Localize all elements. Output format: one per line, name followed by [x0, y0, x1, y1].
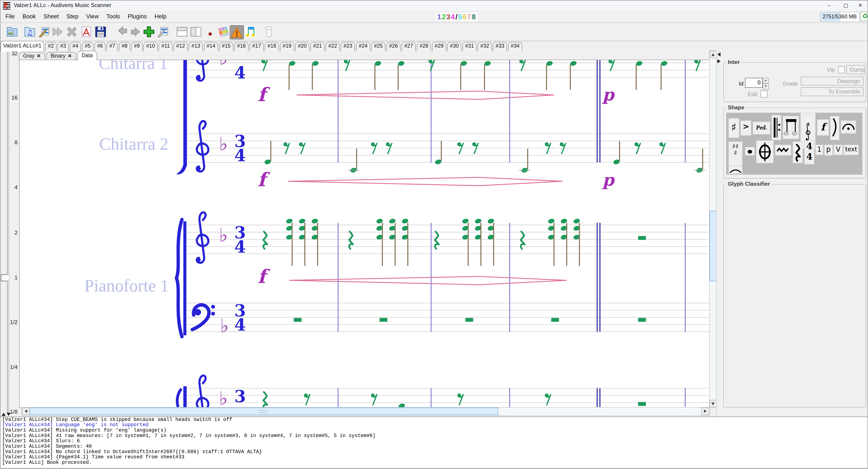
scroll-right-button[interactable] — [701, 407, 709, 415]
sheet-tab-30[interactable]: #30 — [447, 42, 461, 51]
sheet-tab-33[interactable]: #33 — [493, 42, 507, 51]
menu-book[interactable]: Book — [19, 11, 40, 20]
part-label-chitarra1[interactable]: Chitarra 1 — [99, 60, 168, 73]
part-label-pianoforte1[interactable]: Pianoforte 1 — [85, 276, 169, 295]
part-label-chitarra2[interactable]: Chitarra 2 — [99, 134, 168, 153]
export-pdf-button[interactable] — [80, 25, 93, 39]
shape-piano-button[interactable]: p — [824, 145, 833, 156]
script-button[interactable] — [262, 25, 276, 39]
shape-wave-button[interactable] — [775, 145, 791, 156]
step-forward-button[interactable] — [51, 25, 65, 39]
shape-text-button[interactable]: text — [843, 145, 859, 155]
sheet-tab-20[interactable]: #20 — [295, 42, 309, 51]
menu-sheet[interactable]: Sheet — [40, 11, 63, 20]
shape-pedal-button[interactable]: Ped. — [753, 122, 770, 135]
sheet-tab-8[interactable]: #8 — [119, 42, 130, 51]
log-console[interactable]: [Valzer1 ALLc#34] Step CUE_BEAMS is skip… — [0, 416, 868, 469]
shape-slur-button[interactable] — [728, 166, 743, 174]
shape-dot-button[interactable] — [745, 147, 755, 156]
sheet-tab-4[interactable]: #4 — [70, 42, 81, 51]
sheet-tab-32[interactable]: #32 — [478, 42, 492, 51]
add-button[interactable] — [142, 25, 156, 39]
open-image-button[interactable] — [5, 25, 19, 39]
sheet-tab-3[interactable]: #3 — [57, 42, 68, 51]
menu-tools[interactable]: Tools — [102, 11, 124, 20]
id-spinner-arrows[interactable]: ▲▼ — [763, 78, 769, 90]
shape-key-sharps-button[interactable]: ♯♯♯ — [728, 141, 743, 167]
sheet-tab-29[interactable]: #29 — [432, 42, 446, 51]
hairpins[interactable] — [288, 91, 567, 285]
shape-accent-button[interactable]: > — [741, 121, 751, 136]
sheet-tab-31[interactable]: #31 — [463, 42, 476, 51]
sheet-tab-27[interactable]: #27 — [402, 42, 416, 51]
vertical-scroll-thumb[interactable] — [710, 211, 717, 281]
sheet-tab-valzer1-allc1[interactable]: Valzer1 ALLc#1 — [0, 41, 44, 52]
sheet-tab-34[interactable]: #34 — [508, 42, 522, 51]
shape-time-44-button[interactable]: 44 — [804, 140, 814, 164]
shape-repeat-barline-button[interactable] — [772, 115, 781, 140]
sheet-tab-15[interactable]: #15 — [219, 42, 233, 51]
title-bar[interactable]: Valzer1 ALLc - Audiveris Music Scanner –… — [0, 0, 868, 11]
horizontal-scrollbar[interactable] — [22, 407, 710, 416]
sheet-tab-13[interactable]: #13 — [189, 42, 203, 51]
scroll-down-button[interactable] — [710, 400, 717, 407]
menu-step[interactable]: Step — [63, 11, 82, 20]
note-entry-button[interactable] — [244, 25, 257, 39]
close-button[interactable]: ✕ — [852, 0, 868, 10]
errors-warning-button[interactable] — [230, 25, 244, 39]
scroll-up-button[interactable] — [710, 51, 717, 58]
shape-beamed-notes-button[interactable] — [783, 116, 799, 139]
sheet-tab-16[interactable]: #16 — [235, 42, 248, 51]
to-ensemble-button[interactable]: To Ensemble — [801, 87, 864, 96]
split-horizontal-button[interactable] — [176, 25, 189, 39]
stop-button[interactable] — [65, 25, 79, 39]
collapse-left-icon[interactable] — [717, 53, 720, 57]
sheet-tab-6[interactable]: #6 — [94, 42, 105, 51]
notes-and-rests[interactable] — [261, 60, 705, 407]
open-book-button[interactable]: ♫ — [23, 25, 36, 39]
sheet-tab-28[interactable]: #28 — [417, 42, 431, 51]
shape-sharp-button[interactable]: ♯ — [728, 118, 739, 138]
menu-plugins[interactable]: Plugins — [124, 11, 151, 20]
split-vertical-button[interactable] — [189, 25, 203, 39]
collapse-right-icon[interactable] — [717, 59, 720, 63]
menu-view[interactable]: View — [82, 11, 102, 20]
maximize-button[interactable]: ▢ — [838, 0, 854, 10]
book-parameters-button[interactable] — [37, 25, 51, 39]
sheet-tab-19[interactable]: #19 — [280, 42, 294, 51]
shape-forte-button[interactable]: f — [817, 119, 829, 136]
sheet-tab-24[interactable]: #24 — [356, 42, 370, 51]
sheet-tab-5[interactable]: #5 — [82, 42, 93, 51]
log-splitter-down-icon[interactable] — [7, 413, 11, 416]
sheet-tab-9[interactable]: #9 — [131, 42, 142, 51]
sheet-tab-10[interactable]: #10 — [144, 42, 157, 51]
shape-coda-button[interactable] — [756, 140, 774, 164]
time-signature[interactable]: 4 3 4 3 4 3 4 3 — [234, 63, 246, 406]
menu-help[interactable]: Help — [151, 11, 170, 20]
horizontal-scroll-thumb[interactable] — [30, 407, 498, 415]
shape-number1-button[interactable]: 1 — [815, 145, 824, 155]
id-spinner[interactable]: 0 — [745, 78, 763, 88]
edit-parameters-button[interactable] — [156, 25, 169, 39]
shape-fermata-button[interactable] — [841, 121, 856, 134]
log-splitter-up-icon[interactable] — [2, 413, 6, 416]
shape-eighth-flag-button[interactable] — [830, 116, 839, 140]
shape-quarter-rest-button[interactable] — [793, 141, 803, 164]
vip-checkbox[interactable] — [838, 66, 845, 73]
clefs[interactable] — [192, 60, 215, 407]
menu-file[interactable]: File — [2, 11, 19, 20]
save-button[interactable] — [94, 25, 107, 39]
score-canvas[interactable]: Chitarra 1 Chitarra 2 Pianoforte 1 — [19, 60, 710, 408]
double-barline[interactable] — [597, 60, 600, 407]
close-tab-icon[interactable]: ✕ — [68, 53, 72, 59]
close-tab-icon[interactable]: ✕ — [37, 53, 41, 59]
sheet-tab-11[interactable]: #11 — [159, 42, 172, 51]
deassign-button[interactable]: Deassign — [801, 77, 864, 86]
garbage-collect-button[interactable]: ♻ — [860, 11, 868, 21]
sheet-tab-25[interactable]: #25 — [371, 42, 385, 51]
minimize-button[interactable]: – — [821, 0, 837, 10]
sheet-tab-21[interactable]: #21 — [310, 42, 324, 51]
sheet-tab-14[interactable]: #14 — [204, 42, 218, 51]
sheet-tab-7[interactable]: #7 — [107, 42, 118, 51]
palette-button[interactable] — [216, 25, 230, 39]
